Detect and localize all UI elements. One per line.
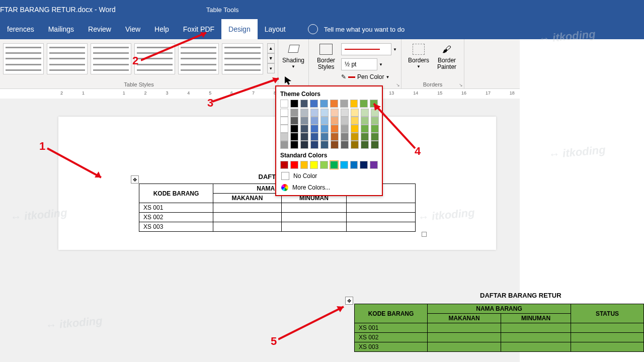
color-swatch[interactable]	[280, 141, 288, 149]
dialog-launcher-icon[interactable]: ↘	[459, 82, 463, 87]
color-swatch[interactable]	[290, 161, 298, 169]
color-swatch[interactable]	[371, 125, 379, 133]
color-swatch[interactable]	[351, 125, 359, 133]
table-style-thumb[interactable]	[178, 43, 219, 74]
shading-button[interactable]: Shading ▼	[279, 41, 307, 70]
color-swatch[interactable]	[371, 117, 379, 125]
color-swatch[interactable]	[341, 109, 349, 117]
color-swatch[interactable]	[361, 141, 369, 149]
color-swatch[interactable]	[280, 109, 288, 117]
tab-references[interactable]: ferences	[0, 19, 41, 39]
table-style-thumb[interactable]	[222, 43, 263, 74]
table-style-thumb[interactable]	[134, 43, 175, 74]
border-painter-button[interactable]: 🖌 Border Painter	[433, 41, 461, 71]
tell-me[interactable]: Tell me what you want to do	[308, 24, 405, 34]
color-swatch[interactable]	[341, 141, 349, 149]
color-swatch[interactable]	[310, 161, 318, 169]
color-swatch[interactable]	[371, 141, 379, 149]
table-style-thumb[interactable]	[3, 43, 44, 74]
color-swatch[interactable]	[341, 133, 349, 141]
color-swatch[interactable]	[341, 125, 349, 133]
color-swatch[interactable]	[300, 117, 308, 125]
color-swatch[interactable]	[331, 125, 339, 133]
color-swatch[interactable]	[300, 125, 308, 133]
gallery-up-icon[interactable]: ▲	[267, 43, 275, 53]
color-swatch[interactable]	[290, 133, 298, 141]
table-move-handle[interactable]: ✥	[131, 175, 139, 184]
color-swatch[interactable]	[280, 100, 288, 108]
color-swatch[interactable]	[320, 161, 328, 169]
color-swatch[interactable]	[290, 117, 298, 125]
tab-foxit[interactable]: Foxit PDF	[176, 19, 221, 39]
color-swatch[interactable]	[300, 109, 308, 117]
gallery-down-icon[interactable]: ▼	[267, 53, 275, 63]
color-swatch[interactable]	[351, 141, 359, 149]
color-swatch[interactable]	[310, 100, 318, 108]
color-swatch[interactable]	[361, 133, 369, 141]
color-swatch[interactable]	[280, 125, 288, 133]
color-swatch[interactable]	[340, 100, 348, 108]
color-swatch[interactable]	[340, 161, 348, 169]
color-swatch[interactable]	[320, 109, 329, 117]
table-resize-handle[interactable]	[422, 232, 427, 237]
color-swatch[interactable]	[310, 125, 318, 133]
table-style-thumb[interactable]	[91, 43, 131, 74]
color-swatch[interactable]	[290, 109, 298, 117]
color-swatch[interactable]	[280, 161, 288, 169]
color-swatch[interactable]	[350, 100, 358, 108]
color-swatch[interactable]	[310, 141, 318, 149]
color-swatch[interactable]	[370, 161, 378, 169]
color-swatch[interactable]	[300, 100, 308, 108]
color-swatch[interactable]	[300, 141, 308, 149]
dialog-launcher-icon[interactable]: ↘	[396, 82, 400, 87]
tab-mailings[interactable]: Mailings	[41, 19, 81, 39]
color-swatch[interactable]	[330, 100, 338, 108]
color-swatch[interactable]	[320, 141, 329, 149]
line-width-selector[interactable]: ½ pt ▼	[341, 58, 398, 70]
color-swatch[interactable]	[310, 109, 318, 117]
color-swatch[interactable]	[320, 133, 329, 141]
color-swatch[interactable]	[351, 117, 359, 125]
color-swatch[interactable]	[280, 117, 288, 125]
tab-layout[interactable]: Layout	[258, 19, 293, 39]
color-swatch[interactable]	[361, 109, 369, 117]
color-swatch[interactable]	[310, 117, 318, 125]
color-swatch[interactable]	[320, 125, 329, 133]
color-swatch[interactable]	[371, 133, 379, 141]
cell[interactable]: XS 003	[139, 222, 213, 232]
table-move-handle[interactable]: ✥	[345, 297, 353, 305]
color-swatch[interactable]	[290, 100, 298, 108]
color-swatch[interactable]	[341, 117, 349, 125]
borders-button[interactable]: Borders ▼	[405, 41, 433, 71]
color-swatch[interactable]	[360, 100, 368, 108]
color-swatch[interactable]	[371, 109, 379, 117]
cell[interactable]: XS 001	[139, 203, 213, 213]
border-styles-button[interactable]: Border Styles	[311, 41, 341, 81]
color-swatch[interactable]	[331, 133, 339, 141]
no-color-item[interactable]: No Color	[280, 170, 378, 182]
color-swatch[interactable]	[351, 133, 359, 141]
color-swatch[interactable]	[331, 109, 339, 117]
color-swatch[interactable]	[351, 109, 359, 117]
color-swatch[interactable]	[300, 161, 308, 169]
color-swatch[interactable]	[290, 141, 298, 149]
table-style-thumb[interactable]	[47, 43, 88, 74]
color-swatch[interactable]	[320, 117, 329, 125]
color-swatch[interactable]	[290, 125, 298, 133]
pen-color-button[interactable]: ✎ Pen Color ▼	[341, 73, 398, 80]
color-swatch[interactable]	[280, 133, 288, 141]
tab-help[interactable]: Help	[147, 19, 176, 39]
tab-view[interactable]: View	[118, 19, 147, 39]
color-swatch[interactable]	[361, 117, 369, 125]
tab-review[interactable]: Review	[81, 19, 118, 39]
cell[interactable]: XS 002	[139, 213, 213, 222]
color-swatch[interactable]	[331, 117, 339, 125]
color-swatch[interactable]	[370, 100, 378, 108]
color-swatch[interactable]	[360, 161, 368, 169]
color-swatch[interactable]	[350, 161, 358, 169]
line-style-selector[interactable]: ▼	[341, 43, 398, 55]
color-swatch[interactable]	[310, 133, 318, 141]
color-swatch[interactable]	[331, 141, 339, 149]
tab-design[interactable]: Design	[221, 19, 258, 39]
color-swatch[interactable]	[330, 161, 338, 169]
